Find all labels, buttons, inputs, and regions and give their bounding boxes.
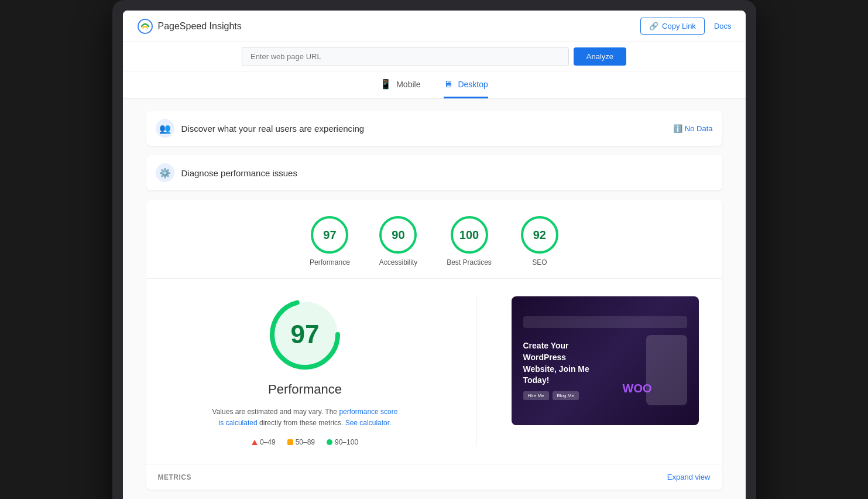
tabs-area: 📱 Mobile 🖥 Desktop — [123, 71, 746, 99]
fail-icon — [252, 440, 258, 445]
see-calculator-link[interactable]: See calculator. — [345, 419, 392, 427]
desktop-icon: 🖥 — [444, 79, 453, 90]
big-score-circle: 97 — [267, 296, 343, 372]
psi-header: PageSpeed Insights 🔗 Copy Link Docs — [123, 11, 746, 42]
mock-btn-2: Blog Me — [553, 391, 579, 400]
legend-item-average: 50–89 — [287, 438, 315, 446]
no-data-label: No Data — [685, 124, 713, 133]
performance-right: Create YourWordPressWebsite, Join MeToda… — [512, 296, 699, 425]
metrics-label: METRICS — [158, 473, 192, 481]
performance-detail: 97 Performance Values are estimated and … — [146, 279, 722, 464]
discover-icon: 👥 — [156, 119, 174, 138]
analyze-button[interactable]: Analyze — [574, 47, 626, 66]
score-circle-seo: 92 — [521, 216, 558, 254]
mock-hero-section: Create YourWordPressWebsite, Join MeToda… — [523, 335, 687, 405]
url-bar-area: Analyze — [123, 42, 746, 71]
discover-section-banner: 👥 Discover what your real users are expe… — [146, 111, 722, 146]
score-circle-accessibility: 90 — [379, 216, 417, 254]
performance-left: 97 Performance Values are estimated and … — [170, 296, 441, 446]
copy-link-button[interactable]: 🔗 Copy Link — [640, 18, 705, 35]
diagnose-icon: ⚙️ — [156, 163, 174, 182]
legend-item-fail: 0–49 — [252, 438, 276, 446]
mock-buttons: Hire Me Blog Me — [523, 391, 637, 400]
header-actions: 🔗 Copy Link Docs — [640, 18, 731, 35]
mock-title: Create YourWordPressWebsite, Join MeToda… — [523, 340, 637, 386]
tab-desktop-label: Desktop — [458, 80, 488, 89]
big-score-number: 97 — [291, 320, 320, 349]
score-item-best-practices[interactable]: 100 Best Practices — [447, 216, 492, 266]
mock-btn-1: Hire Me — [523, 391, 549, 400]
average-icon — [287, 439, 293, 445]
screenshot-box: Create YourWordPressWebsite, Join MeToda… — [512, 296, 699, 425]
score-circle-performance: 97 — [311, 216, 348, 254]
performance-card: 97 Performance 90 Accessibility — [146, 200, 722, 490]
diagnose-section-banner: ⚙️ Diagnose performance issues — [146, 155, 722, 190]
tab-mobile-label: Mobile — [396, 80, 420, 89]
score-circle-best-practices: 100 — [451, 216, 488, 254]
mock-text-block: Create YourWordPressWebsite, Join MeToda… — [523, 340, 637, 399]
mock-person-image — [646, 335, 687, 405]
score-label-best-practices: Best Practices — [447, 258, 492, 266]
legend-row: 0–49 50–89 90–100 — [252, 438, 358, 446]
score-label-accessibility: Accessibility — [379, 258, 417, 266]
diagnose-title: Diagnose performance issues — [181, 168, 297, 178]
diagnose-section: ⚙️ Diagnose performance issues 97 Perfor… — [146, 155, 722, 490]
mock-header-bar — [523, 316, 687, 328]
docs-link[interactable]: Docs — [714, 22, 732, 30]
psi-logo-icon — [137, 18, 153, 35]
main-content: 👥 Discover what your real users are expe… — [123, 99, 746, 499]
performance-title: Performance — [268, 382, 342, 397]
psi-logo: PageSpeed Insights — [137, 18, 242, 35]
info-icon: ℹ️ — [673, 124, 682, 133]
score-item-seo[interactable]: 92 SEO — [521, 216, 558, 266]
score-label-performance: Performance — [310, 258, 350, 266]
discover-title: Discover what your real users are experi… — [181, 124, 365, 134]
score-label-seo: SEO — [532, 258, 547, 266]
app-title: PageSpeed Insights — [158, 21, 242, 32]
mobile-icon: 📱 — [380, 78, 392, 90]
metrics-bar: METRICS Expand view — [146, 464, 722, 490]
vertical-divider — [476, 296, 476, 446]
scores-row: 97 Performance 90 Accessibility — [146, 200, 722, 279]
legend-item-pass: 90–100 — [327, 438, 358, 446]
link-icon: 🔗 — [649, 22, 658, 30]
tab-mobile[interactable]: 📱 Mobile — [380, 78, 420, 98]
score-item-accessibility[interactable]: 90 Accessibility — [379, 216, 417, 266]
performance-description: Values are estimated and may vary. The p… — [211, 406, 399, 429]
screenshot-mockup: Create YourWordPressWebsite, Join MeToda… — [512, 296, 699, 425]
tab-desktop[interactable]: 🖥 Desktop — [444, 78, 488, 98]
expand-view-button[interactable]: Expand view — [667, 473, 711, 481]
score-item-performance[interactable]: 97 Performance — [310, 216, 350, 266]
mock-woo-badge: WOO — [623, 382, 652, 395]
pass-icon — [327, 439, 332, 445]
url-input[interactable] — [242, 47, 569, 66]
no-data-badge: ℹ️ No Data — [673, 124, 713, 133]
